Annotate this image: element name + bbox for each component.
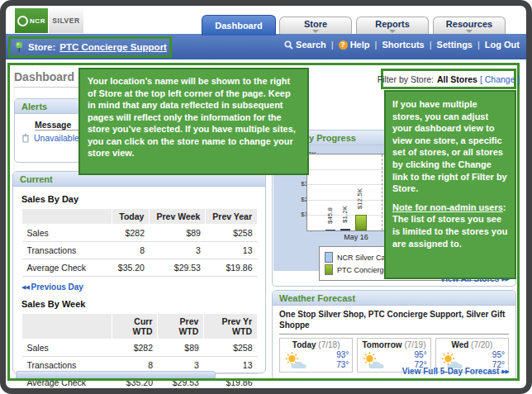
ncr-logo-text: NCR bbox=[30, 17, 45, 25]
table-row: Sales $282 $89 $258 bbox=[22, 225, 258, 242]
silver-logo: SILVER bbox=[49, 8, 83, 33]
five-day-forecast-link[interactable]: View Full 5-Day Forecast ▶▶ bbox=[402, 367, 509, 376]
partial-panel-sliver bbox=[16, 371, 216, 378]
tab-reports[interactable]: Reports bbox=[356, 17, 429, 35]
table-row: Transactions 8 3 13 bbox=[22, 242, 258, 259]
filter-by-store: Filter by Store: All Stores [ Change ] bbox=[381, 69, 516, 89]
legend-swatch bbox=[325, 264, 333, 275]
sun-cloud-icon bbox=[439, 352, 464, 368]
chart-bar bbox=[325, 230, 335, 230]
annotation-callout-filter-store: If you have multiple stores, you can adj… bbox=[384, 90, 516, 279]
sales-by-week-table: Curr WTD Prev WTD Prev Yr WTD Sales $282… bbox=[21, 313, 258, 392]
filter-label: Filter by Store: bbox=[378, 74, 434, 84]
app-window: NCR SILVER Dashboard Store Reports Resou… bbox=[0, 0, 532, 394]
store-label: Store: bbox=[28, 42, 55, 52]
settings-link[interactable]: Settings bbox=[437, 40, 473, 50]
shortcuts-link[interactable]: Shortcuts bbox=[382, 40, 424, 50]
sun-cloud-icon bbox=[361, 352, 386, 368]
sales-by-day-title: Sales By Day bbox=[21, 194, 265, 204]
weather-panel: Weather Forecast One Stop Silver Shop, P… bbox=[272, 290, 516, 380]
chevron-down-icon bbox=[466, 30, 473, 33]
tab-resources[interactable]: Resources bbox=[433, 17, 506, 35]
utility-nav: Search | ? Help | Shortcuts | Settings |… bbox=[284, 40, 520, 50]
legend-swatch bbox=[325, 252, 333, 263]
alert-item-link[interactable]: Unavailable bbox=[34, 133, 79, 143]
store-selector-highlight: Store: PTC Concierge Support bbox=[8, 36, 172, 58]
ncr-logo: NCR bbox=[15, 8, 48, 33]
sales-by-week-title: Sales By Week bbox=[21, 299, 265, 309]
chevron-down-icon bbox=[312, 30, 319, 33]
previous-day-link[interactable]: ◀◀ Previous Day bbox=[21, 282, 265, 292]
chart-dashed-marker bbox=[382, 154, 382, 230]
double-right-arrow-icon: ▶▶ bbox=[501, 368, 509, 374]
sun-cloud-icon bbox=[283, 352, 308, 368]
tab-store[interactable]: Store bbox=[279, 17, 352, 35]
help-icon: ? bbox=[339, 40, 348, 50]
current-panel: Current Sales By Day Today Prev Week Pre… bbox=[12, 171, 266, 373]
weather-day-card: Today (7/18) 93°73° bbox=[279, 338, 353, 373]
pushpin-icon bbox=[15, 41, 24, 53]
tab-dashboard[interactable]: Dashboard bbox=[202, 15, 276, 36]
search-link[interactable]: Search bbox=[284, 40, 326, 50]
filter-value: All Stores bbox=[437, 74, 477, 84]
ncr-logo-ring-icon bbox=[17, 16, 28, 26]
weather-panel-header: Weather Forecast bbox=[273, 291, 515, 306]
store-name-link[interactable]: PTC Concierge Support bbox=[59, 42, 167, 52]
double-left-arrow-icon: ◀◀ bbox=[21, 284, 29, 290]
annotation-callout-store-name: Your location’s name will be shown to th… bbox=[78, 68, 309, 175]
help-link[interactable]: ? Help bbox=[339, 40, 370, 50]
table-row: Sales $282 $89 $258 bbox=[22, 339, 258, 357]
sales-by-day-table: Today Prev Week Prev Year Sales $282 $89… bbox=[21, 208, 258, 277]
chart-bar bbox=[340, 229, 350, 230]
table-row: Average Check $35.20 $29.53 $19.86 bbox=[22, 259, 258, 277]
change-store-link[interactable]: [ Change ] bbox=[480, 74, 520, 84]
logout-link[interactable]: Log Out bbox=[485, 40, 520, 50]
trash-icon[interactable] bbox=[21, 133, 30, 143]
chevron-down-icon bbox=[389, 30, 396, 33]
chart-bar bbox=[355, 215, 367, 230]
weather-store-list: One Stop Silver Shop, PTC Concierge Supp… bbox=[279, 310, 509, 335]
search-icon bbox=[284, 40, 293, 50]
silver-logo-text: SILVER bbox=[52, 17, 80, 25]
screenshot-stage: NCR SILVER Dashboard Store Reports Resou… bbox=[0, 0, 532, 394]
